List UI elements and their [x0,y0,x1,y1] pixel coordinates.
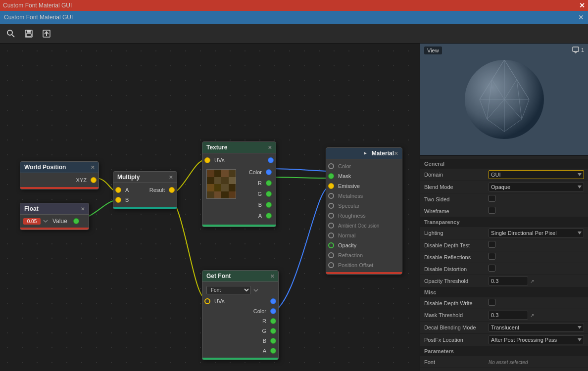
disable-depth-write-row: Disable Depth Write [420,297,588,309]
material-specular-row: Specular [326,201,402,211]
postfx-value[interactable]: After Post Processing Pass Before Post P… [489,335,584,344]
disable-distortion-checkbox[interactable] [489,265,495,272]
world-position-body: XYZ [20,173,98,187]
texture-a-pin[interactable] [266,213,272,219]
texture-uvs-in-pin[interactable] [204,157,210,163]
float-close[interactable]: ✕ [81,206,85,212]
parameters-section-header: Parameters [420,346,588,356]
opacity-expand-icon[interactable]: ↗ [530,278,534,284]
float-node[interactable]: Float ✕ 0.05 Value [20,203,89,230]
material-mask-pin[interactable] [328,173,334,179]
getfont-color-label: Color [251,308,268,314]
texture-r-row: R [256,178,274,188]
multiply-close[interactable]: ✕ [169,175,173,180]
material-ao-row: Ambient Occlusion [326,221,402,231]
getfont-close[interactable]: ✕ [270,274,274,279]
disable-reflections-checkbox[interactable] [489,253,495,260]
texture-color-pin[interactable] [266,169,272,175]
material-posoffset-label: Position Offset [336,262,375,268]
material-roughness-label: Roughness [336,213,368,219]
two-sided-value [489,195,584,203]
save-icon [24,29,33,38]
material-refraction-row: Refraction [326,250,402,260]
multiply-b-pin[interactable] [115,197,121,203]
svg-line-1 [12,35,14,37]
multiply-a-pin[interactable] [115,187,121,193]
getfont-r-pin[interactable] [270,318,276,324]
postfx-row: PostFx Location After Post Processing Pa… [420,334,588,346]
material-ao-pin[interactable] [328,223,334,229]
wireframe-checkbox[interactable] [489,207,495,214]
postfx-select[interactable]: After Post Processing Pass Before Post P… [489,335,584,344]
getfont-uvs-out-pin[interactable] [204,298,210,304]
disable-reflections-label: Disable Reflections [424,254,489,260]
float-value[interactable]: 0.05 [23,218,41,225]
texture-b-pin[interactable] [266,202,272,208]
float-expand-icon[interactable] [43,218,49,224]
texture-g-label: G [255,191,264,197]
float-value-pin[interactable] [73,218,79,224]
disable-depth-write-checkbox[interactable] [489,299,495,306]
decal-blending-label: Decal Blending Mode [424,325,489,330]
material-close[interactable]: ✕ [394,151,398,156]
material-color-pin[interactable] [328,163,334,169]
decal-blending-select[interactable]: Translucent Stain Normal [489,323,584,332]
getfont-a-pin[interactable] [270,348,276,354]
material-roughness-pin[interactable] [328,213,334,219]
multiply-body: A Result B [113,183,177,207]
texture-a-row: A [256,211,274,221]
font-row: Font No asset selected [420,356,588,368]
material-opacity-pin[interactable] [328,242,334,248]
getfont-node[interactable]: Get Font ✕ Font UVs [202,270,279,360]
two-sided-checkbox[interactable] [489,195,495,202]
getfont-color-out-pin[interactable] [270,298,276,304]
world-position-close[interactable]: ✕ [91,165,95,170]
material-normal-pin[interactable] [328,232,334,238]
texture-node[interactable]: Texture ✕ UVs [202,141,276,227]
multiply-result-pin[interactable] [169,187,175,193]
domain-value[interactable]: GUI Surface PostProcess [489,170,584,179]
texture-r-pin[interactable] [266,180,272,186]
material-specular-pin[interactable] [328,203,334,209]
mask-expand-icon[interactable]: ↗ [530,313,534,318]
getfont-b-pin[interactable] [270,338,276,344]
lighting-value[interactable]: Single Directional Per Pixel Volumetric … [489,229,584,237]
multiply-node[interactable]: Multiply ✕ A Result B [113,171,177,209]
material-metalness-pin[interactable] [328,193,334,199]
export-button[interactable] [40,27,53,41]
material-body: Color Mask Emissive Metalness [326,159,402,272]
world-position-xyz-pin[interactable] [91,177,97,183]
domain-select[interactable]: GUI Surface PostProcess [489,170,584,179]
inner-close-button[interactable]: ✕ [578,13,584,21]
blend-mode-select[interactable]: Opaque Masked Translucent [489,183,584,191]
getfont-font-row: Font [202,284,278,296]
getfont-font-select[interactable]: Font [206,286,251,294]
getfont-g-pin[interactable] [270,328,276,334]
multiply-result-label: Result [147,187,167,193]
save-button[interactable] [22,27,36,41]
disable-depth-test-row: Disable Depth Test [420,239,588,251]
canvas-area[interactable]: World Position ✕ XYZ Float ✕ 0.05 [0,44,420,371]
texture-color-out-pin[interactable] [268,157,274,163]
disable-depth-test-checkbox[interactable] [489,241,495,248]
svg-marker-7 [364,152,367,155]
world-position-header: World Position ✕ [20,162,98,173]
getfont-a-row: A [202,346,278,356]
world-position-node[interactable]: World Position ✕ XYZ [20,161,99,189]
outer-close-button[interactable]: ✕ [579,1,585,9]
blend-mode-value[interactable]: Opaque Masked Translucent [489,183,584,191]
material-emissive-pin[interactable] [328,183,334,189]
search-button[interactable] [4,27,18,41]
mask-threshold-input[interactable] [489,311,528,320]
material-refraction-pin[interactable] [328,252,334,258]
getfont-color-pin[interactable] [270,308,276,314]
lighting-select[interactable]: Single Directional Per Pixel Volumetric … [489,229,584,237]
material-node[interactable]: Material ✕ Color Mask Emissive [326,147,402,275]
texture-close[interactable]: ✕ [268,145,272,150]
decal-blending-value[interactable]: Translucent Stain Normal [489,323,584,332]
opacity-threshold-input[interactable] [489,277,528,285]
misc-section-header: Misc [420,287,588,297]
postfx-label: PostFx Location [424,337,489,343]
texture-g-pin[interactable] [266,191,272,197]
material-posoffset-pin[interactable] [328,262,334,268]
